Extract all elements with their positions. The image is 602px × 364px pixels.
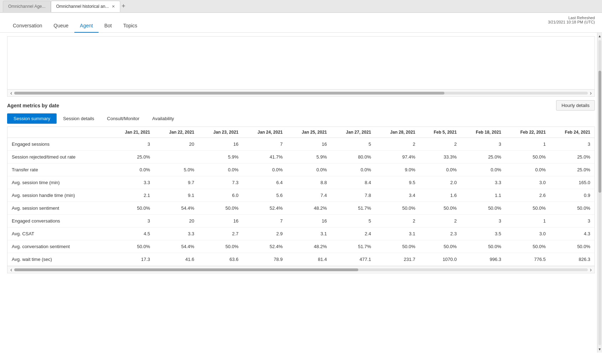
metric-value [154, 151, 199, 164]
metric-value: 50.0% [110, 202, 154, 215]
nav-item-queue[interactable]: Queue [48, 23, 74, 33]
metric-value: 1 [506, 138, 550, 151]
table-row: Engaged sessions32016716522313 [7, 138, 595, 151]
metric-value: 2.4 [331, 228, 375, 240]
metric-value: 50.0% [550, 240, 595, 253]
metric-value: 9.1 [154, 189, 199, 202]
metric-value: 48.2% [287, 240, 331, 253]
nav-item-conversation[interactable]: Conversation [7, 23, 48, 33]
section-header: Agent metrics by date Hourly details [7, 100, 595, 111]
col-header-feb24: Feb 24, 2021 [550, 127, 595, 138]
col-header-jan22: Jan 22, 2021 [154, 127, 199, 138]
metric-value: 50.0% [199, 240, 243, 253]
agent-metrics-section: Agent metrics by date Hourly details Ses… [7, 100, 595, 273]
data-table-wrapper[interactable]: Jan 21, 2021 Jan 22, 2021 Jan 23, 2021 J… [7, 127, 595, 273]
metric-value: 0.9 [550, 189, 595, 202]
metric-value: 16 [199, 215, 243, 228]
metric-value: 50.0% [375, 240, 419, 253]
metric-value: 50.0% [419, 202, 461, 215]
metric-value: 41.6 [154, 253, 199, 266]
metric-value: 9.7 [154, 176, 199, 189]
metric-label: Transfer rate [7, 164, 110, 176]
col-header-jan21: Jan 21, 2021 [110, 127, 154, 138]
table-row: Avg. session handle time (min)2.19.16.05… [7, 189, 595, 202]
sub-tab-availability[interactable]: Availability [146, 113, 180, 124]
metric-value: 5.9% [199, 151, 243, 164]
metric-label: Engaged conversations [7, 215, 110, 228]
metric-value: 5.6 [243, 189, 287, 202]
table-row: Avg. session time (min)3.39.77.36.48.88.… [7, 176, 595, 189]
col-header-feb18: Feb 18, 2021 [461, 127, 506, 138]
metric-value: 17.3 [110, 253, 154, 266]
nav-item-bot[interactable]: Bot [99, 23, 117, 33]
col-header-feb22: Feb 22, 2021 [506, 127, 550, 138]
col-header-jan24: Jan 24, 2021 [243, 127, 287, 138]
metric-value: 5.0% [154, 164, 199, 176]
metric-value: 50.0% [110, 240, 154, 253]
sub-tab-consult-monitor[interactable]: Consult/Monitor [101, 113, 146, 124]
sub-tab-session-summary[interactable]: Session summary [7, 113, 57, 124]
metric-value: 48.2% [287, 202, 331, 215]
metric-value: 54.4% [154, 240, 199, 253]
metric-value: 51.7% [331, 202, 375, 215]
metric-value: 1.1 [461, 189, 506, 202]
metric-value: 50.0% [199, 202, 243, 215]
metric-value: 9.0% [375, 164, 419, 176]
col-header-jan23: Jan 23, 2021 [199, 127, 243, 138]
metric-value: 50.0% [506, 240, 550, 253]
metric-label: Engaged sessions [7, 138, 110, 151]
metric-value: 81.4 [287, 253, 331, 266]
scroll-down-icon[interactable]: ▼ [598, 346, 602, 353]
metric-value: 1 [506, 215, 550, 228]
browser-tab-bar: Omnichannel Age... Omnichannel historica… [0, 0, 602, 13]
scroll-up-icon[interactable]: ▲ [598, 33, 602, 39]
chart-scroll-right-icon[interactable]: › [590, 90, 592, 96]
metric-value: 0.0% [461, 164, 506, 176]
table-scroll-right-icon[interactable]: › [590, 267, 592, 273]
metric-value: 2.1 [110, 189, 154, 202]
tab-close-icon[interactable]: ✕ [112, 4, 115, 9]
metric-value: 996.3 [461, 253, 506, 266]
right-scrollbar[interactable]: ▲ ▼ [597, 33, 602, 353]
table-scroll-left-icon[interactable]: ‹ [10, 267, 12, 273]
metric-value: 63.6 [199, 253, 243, 266]
last-refreshed-info: Last Refreshed 3/21/2021 10:18 PM (UTC) [548, 16, 595, 24]
metric-value: 2 [419, 215, 461, 228]
metric-value: 25.0% [110, 151, 154, 164]
metric-value: 3.4 [375, 189, 419, 202]
new-tab-button[interactable]: + [122, 2, 126, 10]
metric-value: 0.0% [331, 164, 375, 176]
main-content: ‹ › Agent metrics by date Hourly details… [0, 33, 602, 364]
metric-value: 16 [199, 138, 243, 151]
tab-omnichannel-historical[interactable]: Omnichannel historical an... ✕ [51, 1, 120, 12]
nav-item-topics[interactable]: Topics [117, 23, 143, 33]
metric-value: 54.4% [154, 202, 199, 215]
scroll-track-vertical[interactable] [598, 40, 601, 345]
metric-value: 8.4 [331, 176, 375, 189]
metric-value: 2.7 [199, 228, 243, 240]
chart-area: ‹ › [7, 36, 595, 97]
metric-value: 2 [419, 138, 461, 151]
metric-value: 16 [287, 138, 331, 151]
table-row: Avg. conversation sentiment50.0%54.4%50.… [7, 240, 595, 253]
metric-value: 16 [287, 215, 331, 228]
metric-value: 3.3 [461, 176, 506, 189]
metric-label: Avg. wait time (sec) [7, 253, 110, 266]
metric-value: 3.3 [110, 176, 154, 189]
tab-omnichannel-age[interactable]: Omnichannel Age... [3, 1, 51, 12]
metric-label: Avg. session sentiment [7, 202, 110, 215]
metric-value: 33.3% [419, 151, 461, 164]
metric-value: 7 [243, 138, 287, 151]
nav-item-agent[interactable]: Agent [74, 23, 99, 33]
metric-label: Avg. conversation sentiment [7, 240, 110, 253]
metric-value: 5 [331, 138, 375, 151]
metric-value: 2.3 [419, 228, 461, 240]
table-row: Engaged conversations32016716522313 [7, 215, 595, 228]
metric-label: Avg. CSAT [7, 228, 110, 240]
metric-value: 50.0% [375, 202, 419, 215]
hourly-details-button[interactable]: Hourly details [556, 100, 595, 111]
sub-tab-session-details[interactable]: Session details [57, 113, 100, 124]
chart-scroll-left-icon[interactable]: ‹ [10, 90, 12, 96]
scroll-thumb-vertical[interactable] [598, 71, 601, 193]
metric-value: 52.4% [243, 240, 287, 253]
